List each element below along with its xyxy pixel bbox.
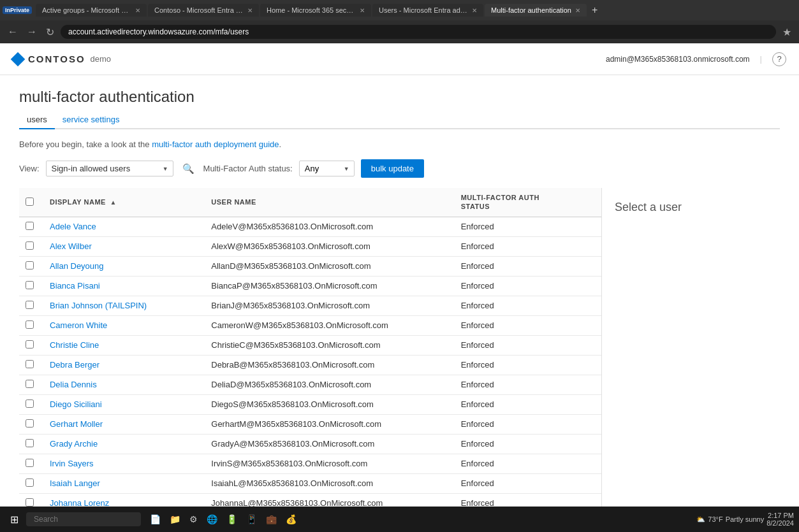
bulk-update-button[interactable]: bulk update bbox=[361, 159, 424, 178]
taskbar-icon-4[interactable]: 🌐 bbox=[203, 512, 221, 527]
row-checkbox-6[interactable] bbox=[26, 340, 34, 349]
tab-service-settings[interactable]: service settings bbox=[55, 111, 128, 129]
row-checkbox-11[interactable] bbox=[26, 439, 34, 447]
taskbar-icon-6[interactable]: 📱 bbox=[242, 512, 261, 527]
table-row: Diego Siciliani DiegoS@M365x85368103.OnM… bbox=[19, 394, 601, 414]
page-title: multi-factor authentication bbox=[19, 88, 780, 106]
row-username-4: BrianJ@M365x85368103.OnMicrosoft.com bbox=[205, 296, 454, 315]
row-mfa-status-6: Enforced bbox=[455, 335, 601, 355]
row-display-name-0[interactable]: Adele Vance bbox=[43, 217, 205, 236]
tab-5-close[interactable]: ✕ bbox=[575, 7, 580, 14]
row-checkbox-cell bbox=[19, 335, 43, 355]
mfa-status-select[interactable]: Any Enabled Disabled Enforced bbox=[299, 161, 355, 176]
table-row: Adele Vance AdeleV@M365x85368103.OnMicro… bbox=[19, 217, 601, 236]
row-checkbox-14[interactable] bbox=[26, 498, 34, 507]
weather-icon: ⛅ bbox=[696, 515, 705, 524]
row-display-name-10[interactable]: Gerhart Moller bbox=[43, 414, 205, 434]
taskbar-icon-5[interactable]: 🔋 bbox=[223, 512, 241, 527]
row-checkbox-13[interactable] bbox=[26, 478, 34, 487]
tab-4-close[interactable]: ✕ bbox=[472, 7, 477, 14]
row-checkbox-3[interactable] bbox=[26, 281, 34, 289]
row-mfa-status-11: Enforced bbox=[455, 434, 601, 454]
row-checkbox-9[interactable] bbox=[26, 399, 34, 408]
table-row: Cameron White CameronW@M365x85368103.OnM… bbox=[19, 315, 601, 335]
deployment-guide-link[interactable]: multi-factor auth deployment guide bbox=[152, 140, 279, 149]
row-display-name-7[interactable]: Debra Berger bbox=[43, 355, 205, 375]
row-mfa-status-13: Enforced bbox=[455, 473, 601, 493]
tab-2[interactable]: Contoso - Microsoft Entra adm... ✕ bbox=[148, 4, 259, 17]
intro-text: Before you begin, take a look at the mul… bbox=[19, 140, 780, 149]
help-button[interactable]: ? bbox=[772, 52, 786, 66]
row-checkbox-10[interactable] bbox=[26, 419, 34, 428]
row-checkbox-7[interactable] bbox=[26, 360, 34, 368]
row-display-name-12[interactable]: Irvin Sayers bbox=[43, 454, 205, 473]
view-select[interactable]: Sign-in allowed users All users Disabled… bbox=[46, 161, 173, 176]
view-select-wrapper: Sign-in allowed users All users Disabled… bbox=[46, 161, 173, 176]
row-display-name-8[interactable]: Delia Dennis bbox=[43, 375, 205, 394]
inprivate-badge: InPrivate bbox=[3, 6, 32, 14]
refresh-button[interactable]: ↻ bbox=[43, 25, 57, 40]
header-display-name[interactable]: DISPLAY NAME ▲ bbox=[43, 188, 205, 217]
back-button[interactable]: ← bbox=[5, 25, 20, 39]
row-username-1: AlexW@M365x85368103.OnMicrosoft.com bbox=[205, 236, 454, 256]
favorites-button[interactable]: ★ bbox=[780, 25, 794, 40]
row-display-name-3[interactable]: Bianca Pisani bbox=[43, 276, 205, 296]
row-display-name-9[interactable]: Diego Siciliani bbox=[43, 394, 205, 414]
page-container: multi-factor authentication users servic… bbox=[0, 75, 799, 532]
row-checkbox-2[interactable] bbox=[26, 261, 34, 270]
row-mfa-status-2: Enforced bbox=[455, 256, 601, 276]
row-username-6: ChristieC@M365x85368103.OnMicrosoft.com bbox=[205, 335, 454, 355]
tab-3[interactable]: Home - Microsoft 365 security ✕ bbox=[260, 4, 371, 17]
row-display-name-5[interactable]: Cameron White bbox=[43, 315, 205, 335]
tab-1[interactable]: Active groups - Microsoft 365 a... ✕ bbox=[36, 4, 147, 17]
row-display-name-13[interactable]: Isaiah Langer bbox=[43, 473, 205, 493]
row-checkbox-0[interactable] bbox=[26, 222, 34, 230]
clock-time: 2:17 PM bbox=[766, 512, 794, 519]
tab-3-close[interactable]: ✕ bbox=[360, 7, 365, 14]
tab-4-label: Users - Microsoft Entra admin r... bbox=[379, 6, 468, 14]
row-username-13: IsaiahL@M365x85368103.OnMicrosoft.com bbox=[205, 473, 454, 493]
row-display-name-4[interactable]: Brian Johnson (TAILSPIN) bbox=[43, 296, 205, 315]
select-all-checkbox[interactable] bbox=[26, 198, 34, 206]
header-user-name: USER NAME bbox=[205, 188, 454, 217]
table-row: Grady Archie GradyA@M365x85368103.OnMicr… bbox=[19, 434, 601, 454]
taskbar-search-input[interactable] bbox=[26, 512, 141, 526]
row-username-5: CameronW@M365x85368103.OnMicrosoft.com bbox=[205, 315, 454, 335]
table-header: DISPLAY NAME ▲ USER NAME MULTI-FACTOR AU… bbox=[19, 188, 601, 217]
taskbar-icon-8[interactable]: 💰 bbox=[282, 512, 300, 527]
table-row: Christie Cline ChristieC@M365x85368103.O… bbox=[19, 335, 601, 355]
taskbar-icon-3[interactable]: ⚙ bbox=[186, 512, 202, 527]
tab-1-label: Active groups - Microsoft 365 a... bbox=[42, 6, 131, 14]
row-display-name-2[interactable]: Allan Deyoung bbox=[43, 256, 205, 276]
forward-button[interactable]: → bbox=[24, 25, 40, 39]
taskbar-icon-7[interactable]: 💼 bbox=[262, 512, 281, 527]
tab-2-close[interactable]: ✕ bbox=[247, 7, 253, 14]
taskbar-icon-1[interactable]: 📄 bbox=[146, 512, 165, 527]
row-checkbox-4[interactable] bbox=[26, 301, 34, 309]
tab-users[interactable]: users bbox=[19, 111, 55, 129]
row-checkbox-5[interactable] bbox=[26, 320, 34, 329]
row-checkbox-cell bbox=[19, 434, 43, 454]
search-button[interactable]: 🔍 bbox=[180, 161, 197, 177]
main-content: CONTOSO demo admin@M365x85368103.onmicro… bbox=[0, 43, 799, 532]
tab-1-close[interactable]: ✕ bbox=[135, 7, 140, 14]
row-display-name-1[interactable]: Alex Wilber bbox=[43, 236, 205, 256]
row-checkbox-cell bbox=[19, 454, 43, 473]
row-display-name-11[interactable]: Grady Archie bbox=[43, 434, 205, 454]
tab-5[interactable]: Multi-factor authentication ✕ bbox=[485, 4, 587, 17]
tab-4[interactable]: Users - Microsoft Entra admin r... ✕ bbox=[372, 4, 483, 17]
row-checkbox-cell bbox=[19, 296, 43, 315]
row-display-name-6[interactable]: Christie Cline bbox=[43, 335, 205, 355]
address-input[interactable] bbox=[61, 25, 776, 39]
row-checkbox-cell bbox=[19, 217, 43, 236]
row-checkbox-1[interactable] bbox=[26, 241, 34, 250]
taskbar: ⊞ 📄 📁 ⚙ 🌐 🔋 📱 💼 💰 ⛅ 73°F Partly sunny 2:… bbox=[0, 507, 799, 532]
row-checkbox-8[interactable] bbox=[26, 380, 34, 388]
row-checkbox-12[interactable] bbox=[26, 459, 34, 467]
start-button[interactable]: ⊞ bbox=[5, 511, 24, 528]
taskbar-icon-2[interactable]: 📁 bbox=[166, 512, 184, 527]
row-username-8: DeliaD@M365x85368103.OnMicrosoft.com bbox=[205, 375, 454, 394]
row-mfa-status-9: Enforced bbox=[455, 394, 601, 414]
view-label: View: bbox=[19, 164, 40, 173]
new-tab-button[interactable]: + bbox=[588, 4, 601, 16]
